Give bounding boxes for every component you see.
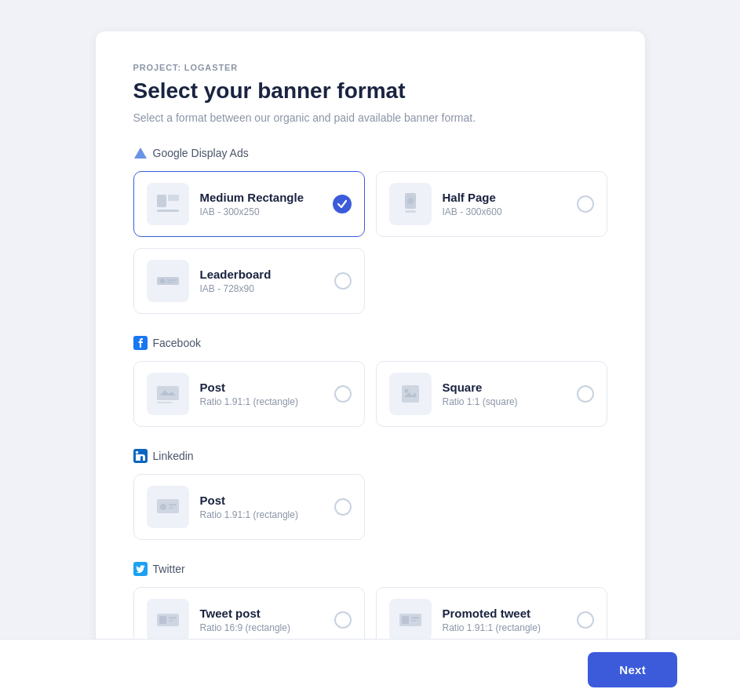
fb-post-name: Post (200, 381, 323, 394)
half-page-spec: IAB - 300x600 (443, 206, 566, 217)
tw-tweet-info: Tweet post Ratio 16:9 (rectangle) (200, 607, 323, 633)
svg-rect-1 (157, 195, 166, 207)
svg-point-22 (160, 504, 166, 510)
twitter-icon (133, 562, 148, 576)
svg-rect-10 (167, 282, 173, 283)
svg-point-6 (407, 198, 414, 204)
linkedin-section: Linkedin Post Ratio 1.91:1 (rectangle) (133, 449, 607, 540)
format-card-leaderboard[interactable]: Leaderboard IAB - 728x90 (133, 248, 365, 314)
leaderboard-info: Leaderboard IAB - 728x90 (200, 268, 323, 294)
svg-rect-32 (411, 617, 419, 619)
tw-tweet-spec: Ratio 16:9 (rectangle) (200, 622, 323, 633)
li-post-name: Post (200, 494, 323, 507)
svg-marker-0 (134, 148, 147, 159)
tw-promoted-radio[interactable] (577, 611, 594, 629)
facebook-formats-grid: Post Ratio 1.91:1 (rectangle) Square Rat… (133, 361, 607, 427)
twitter-section-header: Twitter (133, 562, 607, 576)
leaderboard-name: Leaderboard (200, 268, 323, 281)
facebook-label: Facebook (153, 337, 201, 349)
format-card-medium-rectangle[interactable]: Medium Rectangle IAB - 300x250 (133, 171, 365, 237)
medium-rectangle-name: Medium Rectangle (200, 191, 322, 204)
li-post-icon (147, 486, 189, 528)
half-page-name: Half Page (443, 191, 566, 204)
tw-tweet-icon (147, 599, 189, 641)
svg-rect-24 (169, 507, 174, 509)
google-section: Google Display Ads Medium Rectangle IAB … (133, 146, 607, 314)
svg-rect-28 (169, 617, 177, 619)
footer-bar: Next (0, 639, 740, 700)
tw-promoted-info: Promoted tweet Ratio 1.91:1 (rectangle) (443, 607, 566, 633)
svg-rect-14 (157, 402, 173, 403)
tw-promoted-name: Promoted tweet (443, 607, 566, 620)
google-formats-grid: Medium Rectangle IAB - 300x250 (133, 171, 607, 237)
google-ads-icon (133, 146, 148, 160)
svg-rect-33 (411, 620, 417, 622)
medium-rectangle-check (333, 195, 352, 213)
page-subtitle: Select a format between our organic and … (133, 111, 607, 124)
medium-rectangle-info: Medium Rectangle IAB - 300x250 (200, 191, 322, 217)
tw-promoted-icon (389, 599, 432, 641)
li-post-info: Post Ratio 1.91:1 (rectangle) (200, 494, 323, 520)
google-label: Google Display Ads (153, 147, 249, 159)
fb-post-icon (147, 373, 189, 415)
li-post-radio[interactable] (334, 498, 352, 516)
format-card-half-page[interactable]: Half Page IAB - 300x600 (376, 171, 607, 237)
svg-rect-23 (169, 504, 177, 506)
leaderboard-icon (147, 260, 189, 302)
svg-rect-9 (167, 279, 177, 281)
linkedin-section-header: Linkedin (133, 449, 607, 463)
fb-post-info: Post Ratio 1.91:1 (rectangle) (200, 381, 323, 407)
format-card-fb-post[interactable]: Post Ratio 1.91:1 (rectangle) (133, 361, 365, 427)
li-post-spec: Ratio 1.91:1 (rectangle) (200, 509, 323, 520)
facebook-section-header: Facebook (133, 336, 607, 350)
svg-point-8 (160, 279, 165, 283)
svg-rect-19 (136, 454, 138, 461)
facebook-icon (133, 336, 148, 350)
leaderboard-radio[interactable] (334, 272, 352, 290)
svg-rect-31 (402, 616, 409, 624)
fb-square-icon (389, 373, 432, 415)
medium-rectangle-spec: IAB - 300x250 (200, 206, 322, 217)
tw-promoted-spec: Ratio 1.91:1 (rectangle) (443, 622, 566, 633)
format-card-li-post[interactable]: Post Ratio 1.91:1 (rectangle) (133, 474, 365, 540)
fb-square-spec: Ratio 1:1 (square) (443, 396, 566, 407)
leaderboard-spec: IAB - 728x90 (200, 283, 323, 294)
svg-point-20 (135, 451, 137, 454)
svg-rect-5 (405, 210, 416, 213)
svg-rect-2 (157, 210, 179, 212)
svg-rect-3 (168, 195, 179, 201)
facebook-section: Facebook Post Ratio 1.91:1 (rectangle) (133, 336, 607, 427)
svg-rect-27 (159, 616, 166, 624)
half-page-radio[interactable] (577, 195, 594, 213)
svg-rect-29 (169, 620, 174, 622)
fb-post-spec: Ratio 1.91:1 (rectangle) (200, 396, 323, 407)
half-page-icon (389, 183, 432, 225)
page-title: Select your banner format (133, 78, 607, 104)
medium-rect-icon (147, 183, 189, 225)
fb-post-radio[interactable] (334, 385, 352, 403)
twitter-label: Twitter (153, 563, 185, 575)
svg-point-17 (404, 389, 408, 393)
tw-tweet-radio[interactable] (334, 611, 352, 629)
google-section-header: Google Display Ads (133, 146, 607, 160)
linkedin-icon (133, 449, 148, 463)
project-label: PROJECT: LOGASTER (133, 63, 607, 72)
linkedin-label: Linkedin (153, 450, 194, 462)
main-card: PROJECT: LOGASTER Select your banner for… (96, 31, 645, 700)
fb-square-name: Square (443, 381, 566, 394)
tw-tweet-name: Tweet post (200, 607, 323, 620)
format-card-fb-square[interactable]: Square Ratio 1:1 (square) (376, 361, 607, 427)
fb-square-radio[interactable] (577, 385, 594, 403)
next-button[interactable]: Next (588, 652, 677, 687)
fb-square-info: Square Ratio 1:1 (square) (443, 381, 566, 407)
half-page-info: Half Page IAB - 300x600 (443, 191, 566, 217)
